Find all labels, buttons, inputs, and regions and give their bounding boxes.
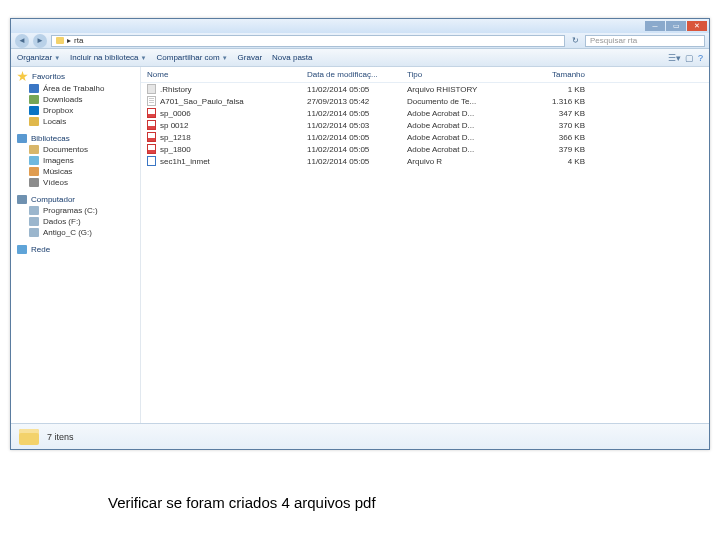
computer-icon xyxy=(17,195,27,204)
file-icon xyxy=(147,132,156,142)
drive-icon xyxy=(29,217,39,226)
sidebar-images[interactable]: Imagens xyxy=(11,155,140,166)
sidebar-desktop[interactable]: Área de Trabalho xyxy=(11,83,140,94)
file-size: 1 KB xyxy=(511,84,591,95)
star-icon xyxy=(17,71,28,82)
share-button[interactable]: Compartilhar com▼ xyxy=(157,53,228,62)
status-bar: 7 itens xyxy=(11,423,709,449)
file-row[interactable]: .Rhistory11/02/2014 05:05Arquivo RHISTOR… xyxy=(141,83,709,95)
sidebar-videos[interactable]: Vídeos xyxy=(11,177,140,188)
file-size: 370 KB xyxy=(511,120,591,131)
col-size[interactable]: Tamanho xyxy=(511,69,591,80)
file-list: Nome Data de modificaç... Tipo Tamanho .… xyxy=(141,67,709,423)
address-bar[interactable]: ▸ rta xyxy=(51,35,565,47)
maximize-button[interactable]: ▭ xyxy=(666,21,686,31)
file-row[interactable]: sp 001211/02/2014 05:03Adobe Acrobat D..… xyxy=(141,119,709,131)
file-date: 27/09/2013 05:42 xyxy=(301,96,401,107)
videos-icon xyxy=(29,178,39,187)
sidebar-drive-f[interactable]: Dados (F:) xyxy=(11,216,140,227)
file-date: 11/02/2014 05:05 xyxy=(301,84,401,95)
file-icon xyxy=(147,96,156,106)
slide-caption: Verificar se foram criados 4 arquivos pd… xyxy=(108,494,376,511)
documents-icon xyxy=(29,145,39,154)
minimize-button[interactable]: ─ xyxy=(645,21,665,31)
sidebar-libraries[interactable]: Bibliotecas xyxy=(11,133,140,144)
file-icon xyxy=(147,108,156,118)
sidebar-network[interactable]: Rede xyxy=(11,244,140,255)
file-type: Adobe Acrobat D... xyxy=(401,120,511,131)
file-size: 4 KB xyxy=(511,156,591,167)
file-date: 11/02/2014 05:05 xyxy=(301,108,401,119)
file-name: sp_1800 xyxy=(160,145,191,154)
sidebar-music[interactable]: Músicas xyxy=(11,166,140,177)
close-button[interactable]: ✕ xyxy=(687,21,707,31)
file-date: 11/02/2014 05:05 xyxy=(301,144,401,155)
file-row[interactable]: sp_121811/02/2014 05:05Adobe Acrobat D..… xyxy=(141,131,709,143)
back-button[interactable]: ◄ xyxy=(15,34,29,48)
file-name: .Rhistory xyxy=(160,85,192,94)
sidebar-downloads[interactable]: Downloads xyxy=(11,94,140,105)
sidebar: Favoritos Área de Trabalho Downloads Dro… xyxy=(11,67,141,423)
file-type: Adobe Acrobat D... xyxy=(401,144,511,155)
refresh-button[interactable]: ↻ xyxy=(569,35,581,47)
sidebar-favorites[interactable]: Favoritos xyxy=(11,70,140,83)
file-name: A701_Sao_Paulo_falsa xyxy=(160,97,244,106)
forward-button[interactable]: ► xyxy=(33,34,47,48)
file-icon xyxy=(147,156,156,166)
desktop-icon xyxy=(29,84,39,93)
sidebar-drive-c[interactable]: Programas (C:) xyxy=(11,205,140,216)
dropbox-icon xyxy=(29,106,39,115)
content-area: Favoritos Área de Trabalho Downloads Dro… xyxy=(11,67,709,423)
file-date: 11/02/2014 05:05 xyxy=(301,132,401,143)
images-icon xyxy=(29,156,39,165)
toolbar: Organizar▼ Incluir na biblioteca▼ Compar… xyxy=(11,49,709,67)
new-folder-button[interactable]: Nova pasta xyxy=(272,53,312,62)
drive-icon xyxy=(29,206,39,215)
file-row[interactable]: sec1h1_inmet11/02/2014 05:05Arquivo R4 K… xyxy=(141,155,709,167)
libraries-icon xyxy=(17,134,27,143)
sidebar-drive-g[interactable]: Antigo_C (G:) xyxy=(11,227,140,238)
file-type: Adobe Acrobat D... xyxy=(401,108,511,119)
drive-icon xyxy=(29,228,39,237)
file-icon xyxy=(147,120,156,130)
status-count: 7 itens xyxy=(47,432,74,442)
organize-button[interactable]: Organizar▼ xyxy=(17,53,60,62)
col-name[interactable]: Nome xyxy=(141,69,301,80)
search-input[interactable]: Pesquisar rta xyxy=(585,35,705,47)
file-row[interactable]: sp_000611/02/2014 05:05Adobe Acrobat D..… xyxy=(141,107,709,119)
help-button[interactable]: ? xyxy=(698,53,703,63)
network-icon xyxy=(17,245,27,254)
music-icon xyxy=(29,167,39,176)
file-name: sp_1218 xyxy=(160,133,191,142)
view-mode-button[interactable]: ☰▾ xyxy=(668,53,681,63)
file-icon xyxy=(147,84,156,94)
file-size: 366 KB xyxy=(511,132,591,143)
burn-button[interactable]: Gravar xyxy=(238,53,262,62)
file-row[interactable]: A701_Sao_Paulo_falsa27/09/2013 05:42Docu… xyxy=(141,95,709,107)
folder-icon xyxy=(19,429,39,445)
sidebar-dropbox[interactable]: Dropbox xyxy=(11,105,140,116)
view-options: ☰▾ ▢ ? xyxy=(668,53,703,63)
window-buttons: ─ ▭ ✕ xyxy=(645,21,707,31)
file-type: Arquivo RHISTORY xyxy=(401,84,511,95)
file-date: 11/02/2014 05:03 xyxy=(301,120,401,131)
downloads-icon xyxy=(29,95,39,104)
file-name: sp 0012 xyxy=(160,121,188,130)
col-date[interactable]: Data de modificaç... xyxy=(301,69,401,80)
sidebar-documents[interactable]: Documentos xyxy=(11,144,140,155)
sidebar-computer[interactable]: Computador xyxy=(11,194,140,205)
sidebar-locals[interactable]: Locais xyxy=(11,116,140,127)
folder-icon xyxy=(56,37,64,44)
preview-pane-button[interactable]: ▢ xyxy=(685,53,694,63)
titlebar: ─ ▭ ✕ xyxy=(11,19,709,33)
explorer-window: ─ ▭ ✕ ◄ ► ▸ rta ↻ Pesquisar rta Organiza… xyxy=(10,18,710,450)
col-type[interactable]: Tipo xyxy=(401,69,511,80)
file-row[interactable]: sp_180011/02/2014 05:05Adobe Acrobat D..… xyxy=(141,143,709,155)
address-path: rta xyxy=(74,36,83,45)
locals-icon xyxy=(29,117,39,126)
file-type: Adobe Acrobat D... xyxy=(401,132,511,143)
include-library-button[interactable]: Incluir na biblioteca▼ xyxy=(70,53,146,62)
column-headers: Nome Data de modificaç... Tipo Tamanho xyxy=(141,67,709,83)
navigation-bar: ◄ ► ▸ rta ↻ Pesquisar rta xyxy=(11,33,709,49)
file-name: sec1h1_inmet xyxy=(160,157,210,166)
